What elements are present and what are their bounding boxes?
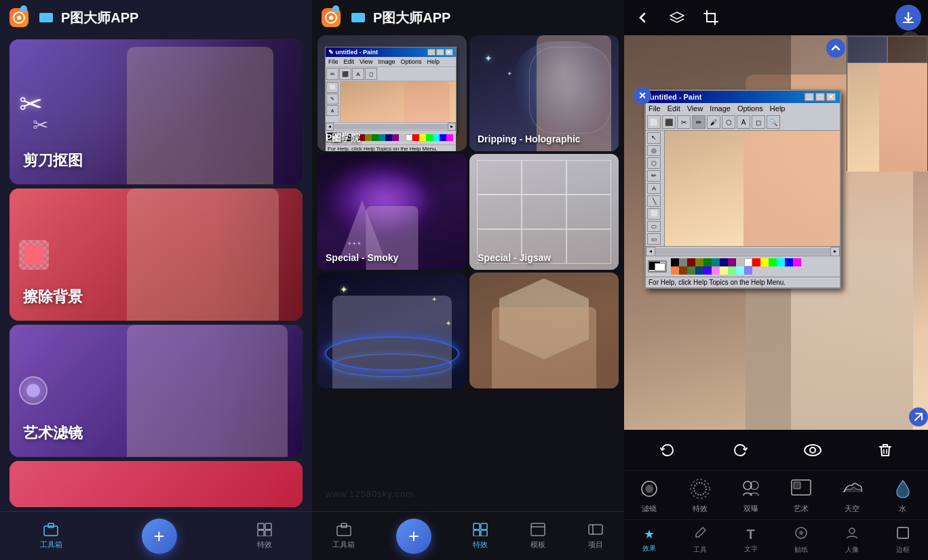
tool-rect-l[interactable]: ⬜ xyxy=(647,208,661,220)
color-lime[interactable] xyxy=(426,134,433,141)
swatch-1[interactable] xyxy=(679,258,687,266)
swatch-15[interactable] xyxy=(793,258,801,266)
scroll-btn-left[interactable]: ◂ xyxy=(646,247,655,256)
paint-minimize[interactable]: _ xyxy=(805,93,814,101)
redo-button[interactable] xyxy=(728,438,752,462)
tool-rrect-l[interactable]: ▭ xyxy=(647,233,661,245)
tool-select-2[interactable]: ⬛ xyxy=(662,115,676,129)
download-button[interactable] xyxy=(895,5,921,31)
nav-border[interactable]: 边框 xyxy=(896,526,910,555)
swatch-2[interactable] xyxy=(687,258,695,266)
swatch-8[interactable] xyxy=(736,258,744,266)
card-dripping[interactable]: ✦ ✦ Dripping - Holographic xyxy=(469,35,619,151)
paint-close-btn[interactable]: ✕ xyxy=(826,93,836,101)
tool-pencil-l[interactable]: ✏ xyxy=(647,170,661,182)
card-filter[interactable]: 艺术滤镜 xyxy=(9,325,303,457)
nav-tool[interactable]: 工具 xyxy=(693,526,707,555)
scroll-up-button[interactable] xyxy=(826,39,845,58)
swatch-13[interactable] xyxy=(777,258,785,266)
scroll-btn-right[interactable]: ▸ xyxy=(830,247,840,256)
color-cyan[interactable] xyxy=(433,134,440,141)
swatch-22[interactable] xyxy=(720,266,728,275)
tab-toolbox-2[interactable]: 工具箱 xyxy=(332,522,355,550)
scroll-right[interactable]: ▸ xyxy=(448,123,456,131)
swatch-7[interactable] xyxy=(728,258,736,266)
card-scissors[interactable]: ✂ ✂ 剪刀抠图 xyxy=(9,39,303,184)
tool-eraser-main[interactable]: ◻ xyxy=(752,115,765,129)
close-paint-button[interactable]: ✕ xyxy=(634,87,651,104)
swatch-24[interactable] xyxy=(736,266,744,275)
menu-edit[interactable]: Edit xyxy=(668,104,680,113)
scroll-left[interactable]: ◂ xyxy=(326,123,334,131)
swatch-11[interactable] xyxy=(760,258,769,266)
tab-project-2[interactable]: 项目 xyxy=(587,522,604,550)
swatch-3[interactable] xyxy=(695,258,703,266)
paint-min[interactable]: _ xyxy=(427,49,436,56)
color-purple[interactable] xyxy=(392,134,399,141)
nav-text[interactable]: T 文字 xyxy=(744,527,758,554)
menu-file[interactable]: File xyxy=(649,104,661,113)
swatch-4[interactable] xyxy=(703,258,712,266)
tab-template-2[interactable]: 模板 xyxy=(530,522,546,550)
menu-options[interactable]: Options xyxy=(737,104,763,113)
nav-effect[interactable]: ★ 效果 xyxy=(642,527,656,553)
nav-sticker[interactable]: 贴纸 xyxy=(794,526,808,555)
swatch-12[interactable] xyxy=(769,258,777,266)
tool-pencil-main[interactable]: ✏ xyxy=(692,115,705,129)
effect-sky[interactable]: 天空 xyxy=(838,477,866,514)
undo-button[interactable] xyxy=(655,438,680,462)
crop-button[interactable] xyxy=(699,5,723,30)
back-button[interactable] xyxy=(631,5,655,30)
fab-2[interactable]: + xyxy=(396,519,431,554)
effect-water[interactable]: 水 xyxy=(889,477,917,514)
effect-double[interactable]: 双曝 xyxy=(737,477,765,514)
menu-view[interactable]: View xyxy=(687,104,703,113)
menu-image[interactable]: Image xyxy=(710,104,731,113)
tool-A[interactable]: A xyxy=(326,105,339,116)
card-jigsaw[interactable]: Special - Jigsaw xyxy=(469,154,619,270)
color-teal[interactable] xyxy=(379,134,385,141)
color-navy[interactable] xyxy=(385,134,392,141)
tool-fill-main[interactable]: ⬡ xyxy=(722,115,735,129)
swatch-21[interactable] xyxy=(712,266,720,275)
tool-text-main[interactable]: A xyxy=(737,115,750,129)
card-portrait[interactable] xyxy=(469,273,619,388)
tool-text[interactable]: A xyxy=(352,68,364,80)
color-red[interactable] xyxy=(412,134,419,141)
swatch-10[interactable] xyxy=(752,258,760,266)
effect-special[interactable]: 特效 xyxy=(686,477,714,514)
card-eraser[interactable]: 擦除背景 xyxy=(9,188,303,321)
swatch-14[interactable] xyxy=(785,258,793,266)
paint-close[interactable]: ✕ xyxy=(445,49,453,56)
visibility-button[interactable] xyxy=(800,438,825,462)
layers-button[interactable] xyxy=(665,5,689,30)
color-yellow[interactable] xyxy=(419,134,426,141)
tool-ellipse-l[interactable]: ⬭ xyxy=(647,221,661,233)
tool-text-l[interactable]: A xyxy=(647,183,661,195)
tab-effects-2[interactable]: 特效 xyxy=(472,522,488,550)
tool-arrow[interactable]: ↖ xyxy=(647,132,661,144)
tab-toolbox-1[interactable]: 工具箱 xyxy=(40,522,62,550)
swatch-18[interactable] xyxy=(687,266,695,275)
tool-zoom[interactable]: 🔍 xyxy=(767,115,780,129)
tool-brush[interactable]: ✎ xyxy=(326,94,339,104)
tool-brush-main[interactable]: 🖌 xyxy=(707,115,720,129)
color-silver[interactable] xyxy=(399,134,406,141)
swatch-20[interactable] xyxy=(703,266,712,275)
expand-button[interactable] xyxy=(909,407,928,426)
delete-button[interactable] xyxy=(873,438,897,462)
background-color[interactable] xyxy=(655,263,665,271)
tool-pencil[interactable]: ✏ xyxy=(326,68,339,80)
color-green[interactable] xyxy=(372,134,379,141)
swatch-6[interactable] xyxy=(720,258,728,266)
card-galaxy[interactable]: ✦ ✦ ✦ xyxy=(317,273,467,388)
tool-select[interactable]: ⬜ xyxy=(326,82,339,93)
nav-portrait[interactable]: 人像 xyxy=(845,526,859,555)
tool-fill-l[interactable]: ⬡ xyxy=(647,157,661,169)
tool-scissors[interactable]: ✂ xyxy=(677,115,691,129)
card-extra[interactable] xyxy=(9,461,303,507)
paint-max[interactable]: □ xyxy=(436,49,444,56)
card-smoky[interactable]: ✦✦✦ Special - Smoky xyxy=(317,154,467,270)
paint-maximize[interactable]: □ xyxy=(815,93,825,101)
card-paint[interactable]: ✎ untitled - Paint _ □ ✕ FileEditViewIma… xyxy=(317,35,467,151)
